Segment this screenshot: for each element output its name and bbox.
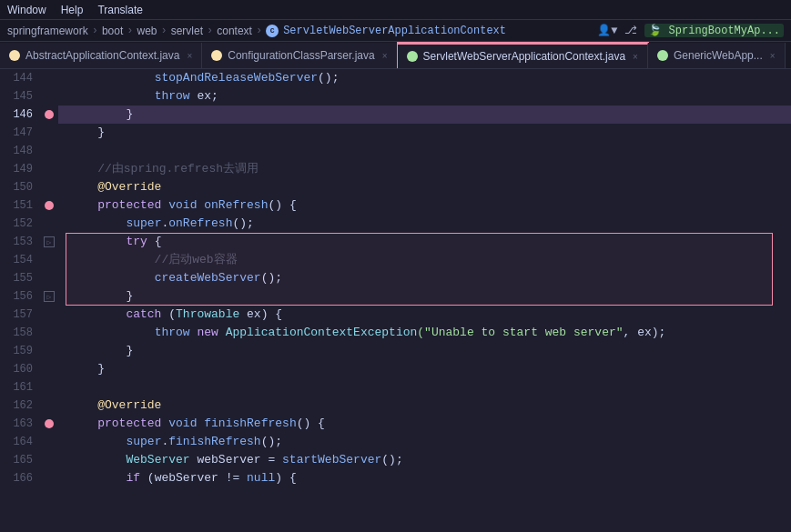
marker-line-145[interactable] (40, 87, 58, 105)
code-line-146: } (58, 105, 791, 124)
tabbar: AbstractApplicationContext.java × Config… (0, 42, 791, 69)
breakpoint-marker-146[interactable] (45, 110, 54, 119)
code-editor[interactable]: stopAndReleaseWebServer(); throw ex; } }… (58, 69, 791, 532)
tab-abstract-application-context[interactable]: AbstractApplicationContext.java × (0, 43, 202, 68)
marker-line-149[interactable] (40, 160, 58, 178)
tab-label-1: AbstractApplicationContext.java (25, 49, 179, 62)
breadcrumb-sep-3: › (207, 25, 213, 37)
token-plain: webServer = (190, 453, 282, 467)
marker-line-159[interactable] (40, 342, 58, 360)
token-plain (69, 471, 126, 485)
code-line-156: } (58, 287, 791, 306)
token-plain: ) { (275, 471, 296, 485)
token-fn: stopAndReleaseWebServer (155, 71, 318, 85)
token-plain (69, 216, 126, 230)
marker-line-153[interactable]: ▷ (40, 233, 58, 251)
token-plain: ex; (190, 89, 218, 103)
tab-close-2[interactable]: × (382, 51, 388, 61)
token-exc: ApplicationContextException (226, 326, 418, 339)
marker-line-146[interactable] (40, 105, 58, 124)
line-number-166: 166 (0, 469, 40, 487)
breakpoint-marker-151[interactable] (45, 201, 54, 210)
marker-line-151[interactable] (40, 196, 58, 215)
tab-close-4[interactable]: × (770, 51, 776, 61)
marker-line-164[interactable] (40, 433, 58, 451)
breadcrumb-servlet[interactable]: servlet (171, 25, 203, 37)
line-number-162: 162 (0, 396, 40, 415)
breadcrumb-sep-2: › (160, 25, 167, 37)
marker-line-158[interactable] (40, 324, 58, 342)
marker-line-166[interactable] (40, 469, 58, 487)
marker-line-147[interactable] (40, 124, 58, 142)
marker-line-148[interactable] (40, 142, 58, 160)
token-fn: finishRefresh (204, 417, 296, 430)
tab-icon-spring-4 (657, 50, 668, 61)
token-catch-kw: catch (69, 307, 161, 321)
token-comment: //由spring.refresh去调用 (69, 162, 259, 176)
token-type: WebServer (126, 453, 189, 467)
breadcrumb-classname[interactable]: ServletWebServerApplicationContext (283, 25, 506, 37)
token-plain: () { (297, 417, 325, 430)
code-line-145: throw ex; (58, 87, 791, 105)
tab-generic-web-app[interactable]: GenericWebApp... × (648, 43, 786, 68)
marker-line-154[interactable] (40, 251, 58, 269)
tab-close-3[interactable]: × (633, 52, 638, 62)
tab-icon-spring-3 (407, 51, 418, 62)
branch-icon[interactable]: ⎇ (624, 24, 637, 37)
marker-line-160[interactable] (40, 360, 58, 378)
marker-line-163[interactable] (40, 415, 58, 433)
token-kw2: void (168, 198, 197, 212)
user-icon[interactable]: 👤▼ (597, 24, 617, 37)
marker-line-157[interactable] (40, 306, 58, 324)
fold-marker-153[interactable]: ▷ (44, 236, 55, 247)
line-number-155: 155 (0, 269, 40, 287)
marker-line-165[interactable] (40, 451, 58, 469)
token-fn: startWebServer (282, 453, 381, 467)
tab-configuration-class-parser[interactable]: ConfigurationClassParser.java × (202, 43, 397, 68)
marker-line-162[interactable] (40, 396, 58, 415)
token-plain (69, 326, 155, 339)
token-kw: if (126, 471, 140, 485)
breakpoint-marker-163[interactable] (45, 419, 54, 428)
marker-line-155[interactable] (40, 269, 58, 287)
marker-line-161[interactable] (40, 378, 58, 396)
menu-translate[interactable]: Translate (97, 4, 143, 16)
marker-line-144[interactable] (40, 69, 58, 87)
token-plain: { (147, 235, 162, 248)
token-plain: (); (261, 271, 282, 285)
code-line-147: } (58, 124, 791, 142)
marker-line-150[interactable] (40, 178, 58, 196)
breadcrumb-context[interactable]: context (217, 25, 252, 37)
fold-marker-156[interactable]: ▷ (44, 291, 55, 302)
line-number-146: 146 (0, 105, 40, 124)
code-line-155: createWebServer(); (58, 269, 791, 287)
token-plain: } (69, 344, 133, 357)
code-line-163: protected void finishRefresh() { (58, 415, 791, 433)
tab-close-1[interactable]: × (187, 51, 192, 61)
token-plain: , ex); (624, 326, 666, 339)
menu-help[interactable]: Help (61, 4, 84, 16)
breadcrumb-springframework[interactable]: springframework (7, 25, 88, 37)
line-number-165: 165 (0, 451, 40, 469)
tab-servlet-web-server-application-context[interactable]: ServletWebServerApplicationContext.java … (398, 43, 648, 68)
token-plain (69, 453, 126, 467)
menu-window[interactable]: Window (7, 4, 46, 16)
tab-icon-java-1 (9, 50, 20, 61)
line-number-163: 163 (0, 415, 40, 433)
marker-line-152[interactable] (40, 215, 58, 233)
code-line-162: @Override (58, 396, 791, 415)
token-plain (69, 89, 155, 103)
token-plain (69, 71, 155, 85)
token-kw2: throw (155, 89, 190, 103)
marker-line-156[interactable]: ▷ (40, 287, 58, 306)
token-kw: new (197, 326, 218, 339)
code-line-152: super.onRefresh(); (58, 215, 791, 233)
breadcrumb-web[interactable]: web (137, 25, 157, 37)
spring-boot-label[interactable]: 🍃 SpringBootMyAp... (644, 24, 784, 37)
breadcrumb-class-icon: C (266, 25, 279, 37)
token-plain: } (69, 289, 133, 303)
code-line-160: } (58, 360, 791, 378)
token-annot: @Override (69, 398, 161, 412)
code-line-157: catch (Throwable ex) { (58, 306, 791, 324)
breadcrumb-boot[interactable]: boot (102, 25, 123, 37)
